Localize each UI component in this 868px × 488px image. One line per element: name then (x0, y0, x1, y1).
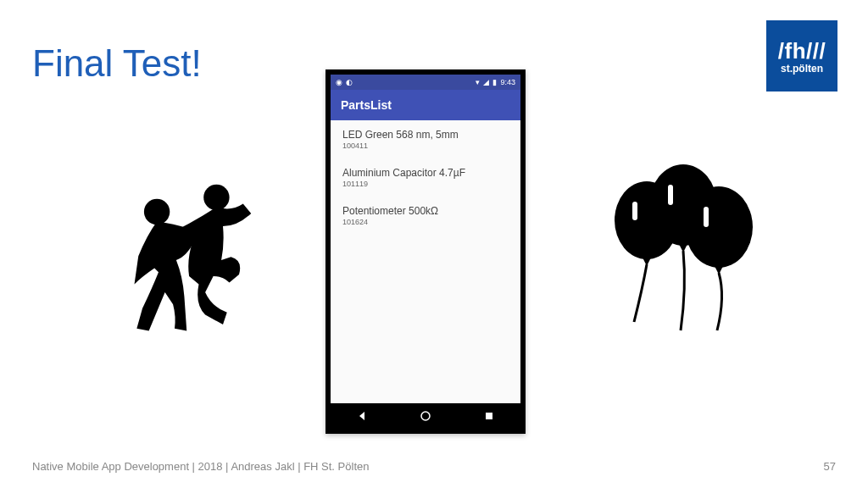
list-item-id: 100411 (342, 141, 509, 150)
logo-bottom-text: st.pölten (781, 63, 823, 75)
svg-point-0 (144, 199, 170, 225)
app-bar: PartsList (331, 90, 520, 120)
svg-point-8 (685, 186, 753, 268)
circle-icon: ◉ (336, 78, 342, 86)
phone-mockup: ◉ ◐ ▾ ◢ ▮ 9:43 PartsList LED Green 568 n… (326, 69, 526, 434)
list-item-title: LED Green 568 nm, 5mm (342, 129, 509, 141)
tag-icon: ◐ (346, 78, 353, 86)
slide: Final Test! /fh/// st.pölten ◉ ◐ ▾ ◢ (0, 0, 868, 488)
battery-icon: ▮ (492, 78, 497, 86)
slide-number: 57 (824, 460, 836, 473)
home-button[interactable] (420, 410, 431, 422)
fh-logo: /fh/// st.pölten (766, 20, 837, 92)
slide-footer: Native Mobile App Development | 2018 | A… (32, 460, 369, 473)
slide-title: Final Test! (32, 42, 202, 85)
status-left-icons: ◉ ◐ (336, 78, 353, 86)
balloons-icon (600, 161, 753, 339)
logo-top-text: /fh/// (778, 38, 826, 64)
svg-rect-7 (668, 185, 673, 205)
signal-icon: ◢ (483, 78, 489, 86)
list-item[interactable]: Potentiometer 500kΩ 101624 (331, 197, 520, 235)
list-item[interactable]: LED Green 568 nm, 5mm 100411 (331, 120, 520, 158)
recent-button[interactable] (483, 410, 495, 422)
android-nav-bar (331, 403, 520, 429)
list-item-id: 101119 (342, 180, 509, 188)
status-right-icons: ▾ ◢ ▮ 9:43 (476, 78, 515, 86)
list-item-title: Potentiometer 500kΩ (342, 205, 509, 217)
svg-rect-3 (486, 413, 492, 419)
list-content: LED Green 568 nm, 5mm 100411 Aluminium C… (331, 120, 520, 403)
svg-point-1 (203, 185, 229, 210)
svg-rect-5 (632, 202, 637, 220)
back-button[interactable] (356, 410, 368, 422)
svg-point-2 (421, 412, 430, 420)
android-status-bar: ◉ ◐ ▾ ◢ ▮ 9:43 (331, 75, 520, 90)
list-item-id: 101624 (342, 218, 509, 226)
celebration-dancing-icon (110, 180, 271, 341)
list-item[interactable]: Aluminium Capacitor 4.7µF 101119 (331, 158, 520, 197)
wifi-icon: ▾ (476, 78, 480, 86)
svg-rect-9 (704, 207, 709, 227)
status-time: 9:43 (500, 78, 515, 86)
app-title: PartsList (341, 98, 392, 112)
list-item-title: Aluminium Capacitor 4.7µF (342, 167, 509, 179)
phone-screen: ◉ ◐ ▾ ◢ ▮ 9:43 PartsList LED Green 568 n… (331, 75, 520, 429)
